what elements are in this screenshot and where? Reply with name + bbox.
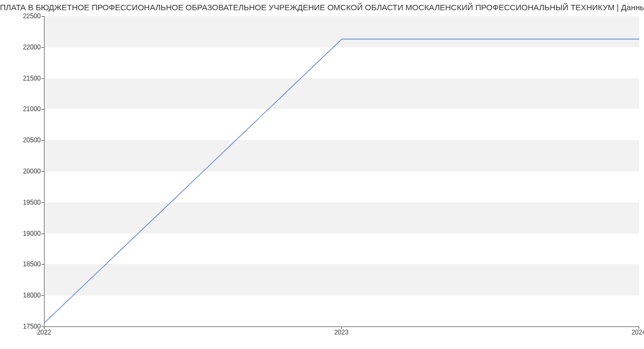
y-tick-mark bbox=[41, 16, 44, 17]
y-tick-label: 22000 bbox=[23, 43, 41, 51]
x-tick-mark bbox=[341, 326, 342, 329]
y-tick-mark bbox=[41, 78, 44, 79]
y-tick-label: 19000 bbox=[23, 230, 41, 237]
y-tick-mark bbox=[41, 295, 44, 296]
y-tick-label: 20000 bbox=[23, 168, 41, 175]
y-tick-mark bbox=[41, 234, 44, 234]
y-tick-mark bbox=[41, 264, 44, 265]
y-tick-mark bbox=[41, 47, 44, 48]
y-tick-label: 21000 bbox=[23, 105, 41, 113]
x-tick-label: 2024 bbox=[632, 329, 644, 336]
y-tick-mark bbox=[41, 202, 44, 203]
x-tick-label: 2022 bbox=[37, 329, 52, 336]
y-tick-mark bbox=[41, 140, 44, 141]
chart-title: ПЛАТА В БЮДЖЕТНОЕ ПРОФЕССИОНАЛЬНОЕ ОБРАЗ… bbox=[0, 3, 644, 12]
y-tick-mark bbox=[41, 171, 44, 172]
x-tick-mark bbox=[639, 326, 639, 329]
y-tick-label: 22500 bbox=[23, 12, 41, 20]
chart-container: ПЛАТА В БЮДЖЕТНОЕ ПРОФЕССИОНАЛЬНОЕ ОБРАЗ… bbox=[0, 0, 644, 349]
y-tick-label: 20500 bbox=[23, 136, 41, 144]
y-tick-label: 21500 bbox=[23, 75, 41, 82]
y-tick-label: 18000 bbox=[23, 292, 41, 299]
data-line bbox=[45, 39, 639, 323]
x-tick-label: 2023 bbox=[334, 329, 349, 336]
y-tick-mark bbox=[41, 109, 44, 110]
x-tick-mark bbox=[44, 326, 45, 329]
line-svg bbox=[45, 16, 639, 326]
y-tick-label: 19500 bbox=[23, 199, 41, 206]
plot-area bbox=[44, 16, 639, 327]
y-tick-label: 18500 bbox=[23, 260, 41, 268]
